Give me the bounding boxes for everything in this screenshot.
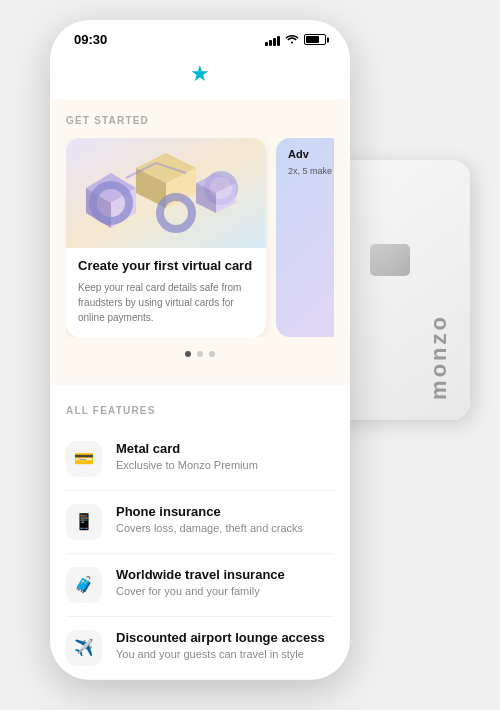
- virtual-card-desc: Keep your real card details safe from fr…: [78, 280, 254, 325]
- virtual-card-feature[interactable]: Create your first virtual card Keep your…: [66, 138, 266, 337]
- phone-insurance-icon: 📱: [66, 504, 102, 540]
- list-item[interactable]: 🧳 Worldwide travel insurance Cover for y…: [66, 554, 334, 617]
- airport-lounge-icon: ✈️: [66, 630, 102, 666]
- metal-card-sub: Exclusive to Monzo Premium: [116, 458, 334, 473]
- travel-insurance-text: Worldwide travel insurance Cover for you…: [116, 567, 334, 599]
- list-item[interactable]: ✈️ Discounted airport lounge access You …: [66, 617, 334, 679]
- all-features-section: ALL FEATURES 💳 Metal card Exclusive to M…: [50, 385, 350, 679]
- metal-card-name: Metal card: [116, 441, 334, 456]
- travel-insurance-sub: Cover for you and your family: [116, 584, 334, 599]
- phone-device: 09:30: [50, 20, 350, 680]
- airport-lounge-sub: You and your guests can travel in style: [116, 647, 334, 662]
- signal-icon: [265, 34, 280, 46]
- star-icon: ★: [190, 61, 210, 86]
- virtual-card-title: Create your first virtual card: [78, 258, 254, 275]
- status-time: 09:30: [74, 32, 107, 47]
- second-card-desc: 2x, 5 make: [288, 165, 334, 178]
- dot-1[interactable]: [185, 351, 191, 357]
- second-feature-card[interactable]: Adv 2x, 5 make: [276, 138, 334, 337]
- get-started-section: GET STARTED: [50, 99, 350, 377]
- airport-lounge-text: Discounted airport lounge access You and…: [116, 630, 334, 662]
- list-item[interactable]: 💳 Metal card Exclusive to Monzo Premium: [66, 428, 334, 491]
- second-card-title: Adv: [288, 148, 334, 160]
- virtual-card-content: Create your first virtual card Keep your…: [66, 248, 266, 337]
- metal-card-text: Metal card Exclusive to Monzo Premium: [116, 441, 334, 473]
- phone-insurance-name: Phone insurance: [116, 504, 334, 519]
- status-bar: 09:30: [50, 20, 350, 53]
- get-started-label: GET STARTED: [66, 115, 334, 126]
- phone-insurance-text: Phone insurance Covers loss, damage, the…: [116, 504, 334, 536]
- virtual-card-illustration: [66, 138, 266, 248]
- all-features-label: ALL FEATURES: [66, 405, 334, 416]
- carousel-dots: [66, 351, 334, 357]
- battery-icon: [304, 34, 326, 45]
- dot-2[interactable]: [197, 351, 203, 357]
- status-icons: [265, 33, 326, 46]
- card-chip: [370, 244, 410, 276]
- travel-insurance-name: Worldwide travel insurance: [116, 567, 334, 582]
- scroll-content[interactable]: GET STARTED: [50, 99, 350, 679]
- metal-card-icon: 💳: [66, 441, 102, 477]
- list-item[interactable]: 📱 Phone insurance Covers loss, damage, t…: [66, 491, 334, 554]
- card-brand: monzo: [426, 314, 452, 400]
- feature-cards-scroll[interactable]: Create your first virtual card Keep your…: [66, 138, 334, 337]
- phone-insurance-sub: Covers loss, damage, theft and cracks: [116, 521, 334, 536]
- wifi-icon: [285, 33, 299, 46]
- dot-3[interactable]: [209, 351, 215, 357]
- app-logo: ★: [50, 53, 350, 99]
- airport-lounge-name: Discounted airport lounge access: [116, 630, 334, 645]
- travel-insurance-icon: 🧳: [66, 567, 102, 603]
